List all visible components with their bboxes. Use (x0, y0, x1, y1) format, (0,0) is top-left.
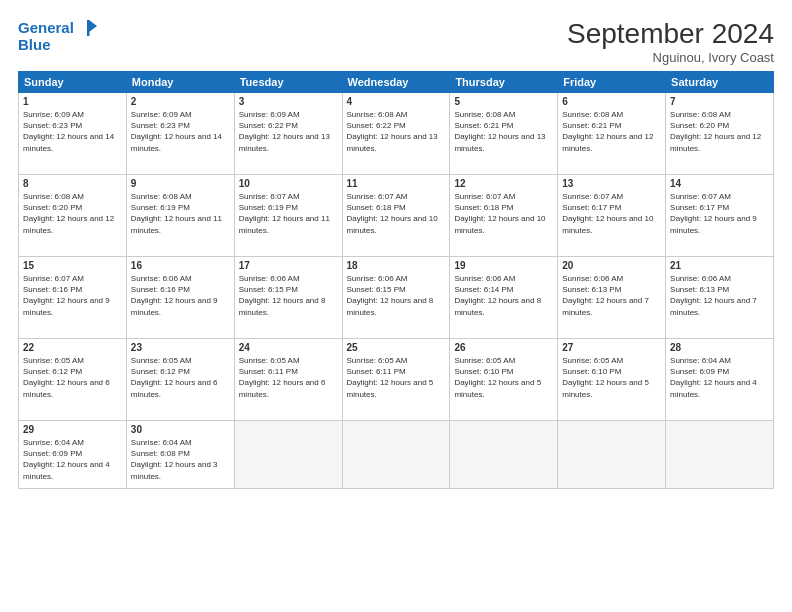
title-block: September 2024 Nguinou, Ivory Coast (567, 18, 774, 65)
col-monday: Monday (126, 72, 234, 93)
day-cell-23: 23 Sunrise: 6:05 AMSunset: 6:12 PMDaylig… (126, 339, 234, 421)
day-cell-7: 7 Sunrise: 6:08 AMSunset: 6:20 PMDayligh… (666, 93, 774, 175)
svg-rect-1 (87, 20, 90, 36)
day-cell-28: 28 Sunrise: 6:04 AMSunset: 6:09 PMDaylig… (666, 339, 774, 421)
calendar-row-3: 15 Sunrise: 6:07 AMSunset: 6:16 PMDaylig… (19, 257, 774, 339)
day-info: Sunrise: 6:05 AMSunset: 6:12 PMDaylight:… (131, 355, 230, 400)
day-cell-3: 3 Sunrise: 6:09 AMSunset: 6:22 PMDayligh… (234, 93, 342, 175)
day-number: 10 (239, 178, 338, 189)
day-cell-29: 29 Sunrise: 6:04 AMSunset: 6:09 PMDaylig… (19, 421, 127, 489)
day-number: 13 (562, 178, 661, 189)
day-number: 17 (239, 260, 338, 271)
col-wednesday: Wednesday (342, 72, 450, 93)
col-tuesday: Tuesday (234, 72, 342, 93)
calendar: Sunday Monday Tuesday Wednesday Thursday… (18, 71, 774, 489)
day-cell-18: 18 Sunrise: 6:06 AMSunset: 6:15 PMDaylig… (342, 257, 450, 339)
day-info: Sunrise: 6:07 AMSunset: 6:17 PMDaylight:… (562, 191, 661, 236)
day-info: Sunrise: 6:09 AMSunset: 6:22 PMDaylight:… (239, 109, 338, 154)
day-cell-24: 24 Sunrise: 6:05 AMSunset: 6:11 PMDaylig… (234, 339, 342, 421)
day-number: 21 (670, 260, 769, 271)
day-info: Sunrise: 6:05 AMSunset: 6:11 PMDaylight:… (347, 355, 446, 400)
day-info: Sunrise: 6:08 AMSunset: 6:22 PMDaylight:… (347, 109, 446, 154)
day-cell-19: 19 Sunrise: 6:06 AMSunset: 6:14 PMDaylig… (450, 257, 558, 339)
day-number: 30 (131, 424, 230, 435)
day-info: Sunrise: 6:07 AMSunset: 6:18 PMDaylight:… (347, 191, 446, 236)
day-info: Sunrise: 6:08 AMSunset: 6:20 PMDaylight:… (670, 109, 769, 154)
day-info: Sunrise: 6:06 AMSunset: 6:15 PMDaylight:… (239, 273, 338, 318)
day-cell-20: 20 Sunrise: 6:06 AMSunset: 6:13 PMDaylig… (558, 257, 666, 339)
day-info: Sunrise: 6:07 AMSunset: 6:16 PMDaylight:… (23, 273, 122, 318)
day-info: Sunrise: 6:09 AMSunset: 6:23 PMDaylight:… (23, 109, 122, 154)
day-info: Sunrise: 6:06 AMSunset: 6:14 PMDaylight:… (454, 273, 553, 318)
day-number: 25 (347, 342, 446, 353)
day-number: 24 (239, 342, 338, 353)
day-info: Sunrise: 6:07 AMSunset: 6:19 PMDaylight:… (239, 191, 338, 236)
day-cell-25: 25 Sunrise: 6:05 AMSunset: 6:11 PMDaylig… (342, 339, 450, 421)
day-cell-empty-1 (234, 421, 342, 489)
day-number: 15 (23, 260, 122, 271)
day-info: Sunrise: 6:04 AMSunset: 6:09 PMDaylight:… (670, 355, 769, 400)
day-cell-8: 8 Sunrise: 6:08 AMSunset: 6:20 PMDayligh… (19, 175, 127, 257)
day-number: 18 (347, 260, 446, 271)
day-cell-30: 30 Sunrise: 6:04 AMSunset: 6:08 PMDaylig… (126, 421, 234, 489)
day-cell-16: 16 Sunrise: 6:06 AMSunset: 6:16 PMDaylig… (126, 257, 234, 339)
day-info: Sunrise: 6:04 AMSunset: 6:09 PMDaylight:… (23, 437, 122, 482)
day-info: Sunrise: 6:07 AMSunset: 6:17 PMDaylight:… (670, 191, 769, 236)
day-info: Sunrise: 6:05 AMSunset: 6:11 PMDaylight:… (239, 355, 338, 400)
header: General Blue September 2024 Nguinou, Ivo… (18, 18, 774, 65)
day-info: Sunrise: 6:06 AMSunset: 6:13 PMDaylight:… (670, 273, 769, 318)
calendar-row-2: 8 Sunrise: 6:08 AMSunset: 6:20 PMDayligh… (19, 175, 774, 257)
day-info: Sunrise: 6:08 AMSunset: 6:20 PMDaylight:… (23, 191, 122, 236)
day-cell-15: 15 Sunrise: 6:07 AMSunset: 6:16 PMDaylig… (19, 257, 127, 339)
logo-general: General (18, 19, 74, 36)
calendar-row-1: 1 Sunrise: 6:09 AMSunset: 6:23 PMDayligh… (19, 93, 774, 175)
day-cell-empty-2 (342, 421, 450, 489)
day-info: Sunrise: 6:06 AMSunset: 6:16 PMDaylight:… (131, 273, 230, 318)
day-info: Sunrise: 6:05 AMSunset: 6:12 PMDaylight:… (23, 355, 122, 400)
day-cell-5: 5 Sunrise: 6:08 AMSunset: 6:21 PMDayligh… (450, 93, 558, 175)
logo-flag-icon (79, 18, 99, 38)
day-number: 1 (23, 96, 122, 107)
day-number: 6 (562, 96, 661, 107)
col-saturday: Saturday (666, 72, 774, 93)
day-number: 4 (347, 96, 446, 107)
day-number: 20 (562, 260, 661, 271)
day-cell-empty-5 (666, 421, 774, 489)
day-info: Sunrise: 6:06 AMSunset: 6:15 PMDaylight:… (347, 273, 446, 318)
day-cell-6: 6 Sunrise: 6:08 AMSunset: 6:21 PMDayligh… (558, 93, 666, 175)
calendar-header-row: Sunday Monday Tuesday Wednesday Thursday… (19, 72, 774, 93)
day-number: 8 (23, 178, 122, 189)
day-number: 7 (670, 96, 769, 107)
day-number: 11 (347, 178, 446, 189)
logo: General Blue (18, 18, 99, 53)
day-cell-17: 17 Sunrise: 6:06 AMSunset: 6:15 PMDaylig… (234, 257, 342, 339)
day-info: Sunrise: 6:09 AMSunset: 6:23 PMDaylight:… (131, 109, 230, 154)
day-number: 22 (23, 342, 122, 353)
day-cell-empty-3 (450, 421, 558, 489)
day-info: Sunrise: 6:04 AMSunset: 6:08 PMDaylight:… (131, 437, 230, 482)
day-number: 16 (131, 260, 230, 271)
calendar-row-5: 29 Sunrise: 6:04 AMSunset: 6:09 PMDaylig… (19, 421, 774, 489)
day-cell-26: 26 Sunrise: 6:05 AMSunset: 6:10 PMDaylig… (450, 339, 558, 421)
calendar-row-4: 22 Sunrise: 6:05 AMSunset: 6:12 PMDaylig… (19, 339, 774, 421)
day-cell-4: 4 Sunrise: 6:08 AMSunset: 6:22 PMDayligh… (342, 93, 450, 175)
day-info: Sunrise: 6:06 AMSunset: 6:13 PMDaylight:… (562, 273, 661, 318)
month-title: September 2024 (567, 18, 774, 50)
day-cell-9: 9 Sunrise: 6:08 AMSunset: 6:19 PMDayligh… (126, 175, 234, 257)
day-number: 29 (23, 424, 122, 435)
day-info: Sunrise: 6:08 AMSunset: 6:21 PMDaylight:… (562, 109, 661, 154)
day-cell-13: 13 Sunrise: 6:07 AMSunset: 6:17 PMDaylig… (558, 175, 666, 257)
day-number: 12 (454, 178, 553, 189)
day-cell-11: 11 Sunrise: 6:07 AMSunset: 6:18 PMDaylig… (342, 175, 450, 257)
day-number: 23 (131, 342, 230, 353)
svg-marker-0 (89, 20, 97, 32)
day-number: 5 (454, 96, 553, 107)
day-number: 9 (131, 178, 230, 189)
day-number: 3 (239, 96, 338, 107)
day-number: 2 (131, 96, 230, 107)
day-cell-empty-4 (558, 421, 666, 489)
day-info: Sunrise: 6:05 AMSunset: 6:10 PMDaylight:… (562, 355, 661, 400)
day-cell-2: 2 Sunrise: 6:09 AMSunset: 6:23 PMDayligh… (126, 93, 234, 175)
day-info: Sunrise: 6:07 AMSunset: 6:18 PMDaylight:… (454, 191, 553, 236)
location: Nguinou, Ivory Coast (567, 50, 774, 65)
